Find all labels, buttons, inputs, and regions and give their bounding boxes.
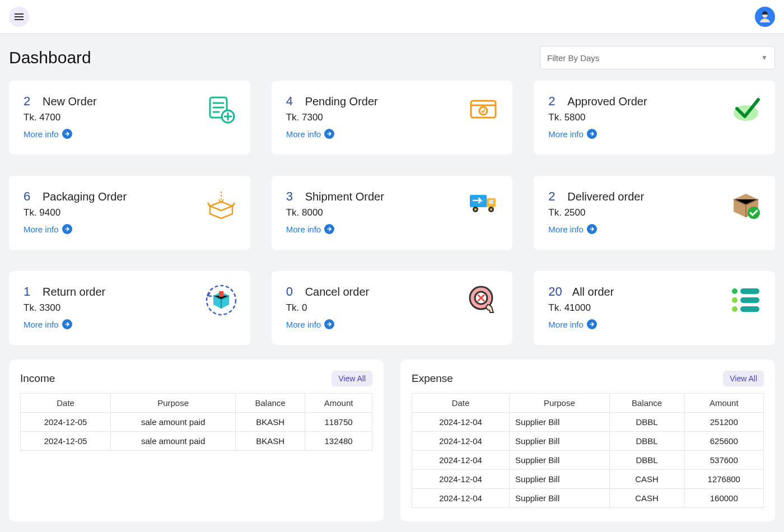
expense-table: DatePurposeBalanceAmount 2024-12-04Suppl… — [412, 393, 764, 508]
stat-label: Cancel order — [305, 286, 370, 298]
list-dots-icon — [730, 284, 762, 316]
table-row: 2024-12-04Supplier BillCASH160000 — [412, 489, 764, 508]
stat-count: 20 — [548, 284, 562, 299]
hamburger-button[interactable] — [9, 7, 29, 27]
arrow-right-circle-icon — [62, 129, 72, 139]
more-info-link[interactable]: More info — [24, 129, 72, 139]
table-cell: 537600 — [684, 451, 763, 470]
stat-label: Delivered order — [567, 190, 644, 203]
table-cell: DBBL — [609, 413, 684, 432]
table-row: 2024-12-05sale amount paidBKASH132480 — [21, 432, 372, 451]
stat-amount: Tk. 3300 — [24, 302, 236, 314]
stat-count: 2 — [548, 94, 557, 109]
avatar-icon — [758, 10, 772, 24]
arrow-right-circle-icon — [324, 129, 334, 139]
avatar-button[interactable] — [755, 7, 775, 27]
more-info-label: More info — [286, 129, 321, 139]
table-cell: CASH — [609, 470, 684, 489]
page-title: Dashboard — [9, 48, 91, 67]
stat-count: 6 — [24, 189, 32, 204]
table-cell: 2024-12-04 — [412, 413, 510, 432]
table-cell: Supplier Bill — [510, 413, 610, 432]
stat-card: 3Shipment OrderTk. 8000More info — [272, 176, 513, 250]
check-icon — [730, 94, 762, 125]
table-header: Amount — [684, 394, 763, 413]
truck-icon — [468, 189, 499, 221]
stat-label: Packaging Order — [43, 190, 127, 203]
table-row: 2024-12-04Supplier BillDBBL625600 — [412, 432, 764, 451]
table-row: 2024-12-04Supplier BillCASH1276800 — [412, 470, 764, 489]
arrow-right-circle-icon — [587, 319, 597, 329]
chevron-down-icon: ▼ — [761, 54, 768, 62]
stat-card: 1Return orderTk. 3300More info — [9, 271, 250, 345]
table-header: Date — [412, 394, 510, 413]
page-head: Dashboard Filter By Days ▼ — [9, 46, 775, 69]
stat-amount: Tk. 7300 — [286, 112, 498, 123]
table-cell: 1276800 — [684, 470, 763, 489]
more-info-link[interactable]: More info — [286, 224, 335, 234]
filter-placeholder: Filter By Days — [547, 53, 599, 63]
table-cell: 132480 — [305, 432, 372, 451]
more-info-link[interactable]: More info — [548, 129, 597, 139]
filter-by-days-select[interactable]: Filter By Days ▼ — [540, 46, 775, 69]
table-cell: DBBL — [609, 451, 684, 470]
list-plus-icon — [206, 94, 237, 125]
stat-count: 4 — [286, 94, 295, 109]
income-table: DatePurposeBalanceAmount 2024-12-05sale … — [20, 393, 372, 451]
table-header: Purpose — [510, 394, 610, 413]
stat-amount: Tk. 5800 — [548, 112, 760, 123]
table-header: Purpose — [111, 394, 236, 413]
more-info-link[interactable]: More info — [548, 224, 597, 234]
table-row: 2024-12-04Supplier BillDBBL251200 — [412, 413, 764, 432]
arrow-right-circle-icon — [62, 224, 72, 234]
more-info-label: More info — [24, 129, 59, 139]
stat-label: Return order — [43, 286, 105, 298]
table-row: 2024-12-05sale amount paidBKASH118750 — [21, 413, 372, 432]
income-view-all-button[interactable]: View All — [332, 371, 372, 386]
more-info-link[interactable]: More info — [24, 319, 72, 329]
stat-count: 3 — [286, 189, 295, 204]
expense-view-all-button[interactable]: View All — [723, 371, 764, 386]
table-cell: 2024-12-04 — [412, 470, 510, 489]
stat-card: 2Delivered orderTk. 2500More info — [534, 176, 775, 250]
income-panel: Income View All DatePurposeBalanceAmount… — [9, 360, 384, 521]
cancel-icon — [468, 284, 499, 316]
table-cell: 2024-12-05 — [21, 432, 111, 451]
stat-cards: 2New OrderTk. 4700More info4Pending Orde… — [9, 81, 775, 345]
hamburger-icon — [15, 13, 24, 20]
stat-count: 1 — [24, 284, 32, 299]
income-title: Income — [20, 372, 55, 385]
table-cell: sale amount paid — [111, 432, 236, 451]
more-info-label: More info — [548, 129, 584, 139]
stat-count: 0 — [286, 284, 295, 299]
table-cell: 2024-12-04 — [412, 432, 510, 451]
table-header: Balance — [236, 394, 305, 413]
stat-label: Pending Order — [305, 95, 378, 108]
stat-label: New Order — [43, 95, 97, 108]
table-cell: sale amount paid — [111, 413, 236, 432]
stat-amount: Tk. 41000 — [548, 302, 760, 314]
more-info-link[interactable]: More info — [286, 129, 335, 139]
more-info-link[interactable]: More info — [286, 319, 335, 329]
more-info-label: More info — [286, 225, 321, 234]
stat-card: 6Packaging OrderTk. 9400More info — [9, 176, 250, 250]
box-ok-icon — [730, 189, 762, 221]
stat-card: 2Approved OrderTk. 5800More info — [534, 81, 775, 155]
open-box-icon — [206, 189, 237, 221]
stat-amount: Tk. 8000 — [286, 207, 498, 218]
more-info-link[interactable]: More info — [24, 224, 72, 234]
stat-amount: Tk. 4700 — [24, 112, 236, 123]
topbar — [0, 0, 784, 34]
expense-panel: Expense View All DatePurposeBalanceAmoun… — [400, 360, 775, 521]
stat-label: Shipment Order — [305, 190, 384, 203]
table-cell: Supplier Bill — [510, 470, 610, 489]
table-cell: 625600 — [684, 432, 763, 451]
return-box-icon — [206, 284, 237, 316]
table-cell: Supplier Bill — [510, 489, 610, 508]
more-info-label: More info — [286, 320, 321, 329]
money-icon — [468, 94, 499, 125]
table-cell: Supplier Bill — [510, 432, 610, 451]
more-info-link[interactable]: More info — [548, 319, 597, 329]
more-info-label: More info — [548, 225, 584, 234]
stat-label: All order — [572, 286, 614, 298]
